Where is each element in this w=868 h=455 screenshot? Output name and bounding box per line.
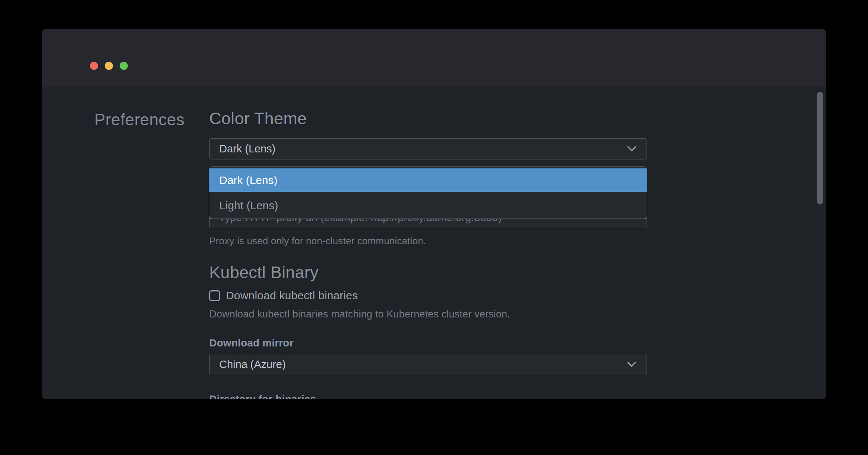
dropdown-option-dark-lens[interactable]: Dark (Lens) xyxy=(209,168,647,192)
color-theme-dropdown-menu: Dark (Lens) Light (Lens) xyxy=(209,167,647,219)
kubectl-hint-text: Download kubectl binaries matching to Ku… xyxy=(209,309,510,320)
download-kubectl-checkbox-row[interactable]: Download kubectl binaries xyxy=(209,289,358,302)
download-mirror-select[interactable]: China (Azure) xyxy=(209,354,647,375)
kubectl-binary-heading: Kubectl Binary xyxy=(209,263,318,282)
dropdown-option-light-lens[interactable]: Light (Lens) xyxy=(209,194,647,217)
preferences-content: Color Theme Dark (Lens) Dark (Lens) Ligh… xyxy=(42,87,826,399)
checkbox-unchecked-icon[interactable] xyxy=(209,290,220,301)
traffic-zoom-button[interactable] xyxy=(120,62,128,70)
chevron-down-icon xyxy=(627,362,636,367)
color-theme-heading: Color Theme xyxy=(209,109,307,128)
titlebar: Preferences xyxy=(42,29,826,87)
color-theme-select[interactable]: Dark (Lens) xyxy=(209,138,647,159)
traffic-minimize-button[interactable] xyxy=(105,62,113,70)
traffic-close-button[interactable] xyxy=(90,62,98,70)
preferences-window: Preferences Color Theme Dark (Lens) xyxy=(42,29,826,399)
color-theme-select-value: Dark (Lens) xyxy=(219,143,276,155)
scrollbar-thumb[interactable] xyxy=(817,92,823,204)
proxy-hint-text: Proxy is used only for non-cluster commu… xyxy=(209,235,426,247)
dropdown-option-label: Light (Lens) xyxy=(219,199,278,212)
download-kubectl-checkbox-label: Download kubectl binaries xyxy=(226,289,358,302)
dropdown-option-label: Dark (Lens) xyxy=(219,174,278,187)
download-mirror-select-value: China (Azure) xyxy=(219,358,286,371)
directory-for-binaries-label: Directory for binaries xyxy=(209,393,316,399)
chevron-down-icon xyxy=(627,146,636,152)
download-mirror-label: Download mirror xyxy=(209,337,294,349)
